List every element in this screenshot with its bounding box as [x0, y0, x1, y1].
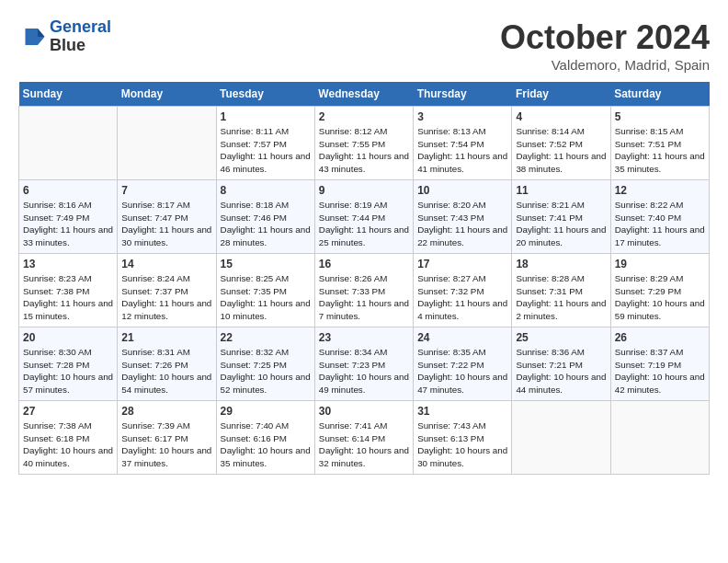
calendar-cell: 7Sunrise: 8:17 AM Sunset: 7:47 PM Daylig…: [118, 180, 216, 254]
day-info: Sunrise: 8:27 AM Sunset: 7:32 PM Dayligh…: [417, 272, 507, 323]
day-number: 27: [23, 405, 113, 418]
day-info: Sunrise: 7:40 AM Sunset: 6:16 PM Dayligh…: [221, 419, 311, 470]
day-info: Sunrise: 8:15 AM Sunset: 7:51 PM Dayligh…: [615, 125, 705, 176]
day-number: 1: [221, 110, 311, 123]
day-number: 13: [23, 258, 113, 270]
calendar-cell: 6Sunrise: 8:16 AM Sunset: 7:49 PM Daylig…: [19, 180, 118, 254]
day-number: 3: [417, 110, 507, 123]
day-info: Sunrise: 7:41 AM Sunset: 6:14 PM Dayligh…: [319, 419, 409, 470]
day-info: Sunrise: 8:28 AM Sunset: 7:31 PM Dayligh…: [516, 272, 606, 323]
day-info: Sunrise: 8:19 AM Sunset: 7:44 PM Dayligh…: [319, 199, 409, 249]
svg-marker-1: [38, 29, 45, 37]
calendar-cell: 8Sunrise: 8:18 AM Sunset: 7:46 PM Daylig…: [216, 180, 314, 254]
day-info: Sunrise: 7:43 AM Sunset: 6:13 PM Dayligh…: [417, 419, 507, 470]
weekday-header-wednesday: Wednesday: [314, 82, 413, 107]
day-number: 29: [221, 405, 311, 418]
day-number: 28: [121, 405, 211, 418]
day-number: 24: [417, 331, 507, 344]
page-header: General Blue October 2024 Valdemoro, Mad…: [18, 18, 710, 73]
calendar-cell: 4Sunrise: 8:14 AM Sunset: 7:52 PM Daylig…: [512, 107, 610, 180]
day-number: 17: [417, 258, 507, 270]
weekday-header-monday: Monday: [118, 82, 216, 107]
calendar-cell: 27Sunrise: 7:38 AM Sunset: 6:18 PM Dayli…: [19, 401, 118, 475]
day-number: 12: [615, 184, 705, 197]
day-number: 15: [221, 258, 311, 270]
day-number: 11: [516, 184, 606, 197]
calendar-cell: 5Sunrise: 8:15 AM Sunset: 7:51 PM Daylig…: [610, 107, 709, 180]
day-info: Sunrise: 8:18 AM Sunset: 7:46 PM Dayligh…: [221, 199, 311, 249]
calendar-cell: 23Sunrise: 8:34 AM Sunset: 7:23 PM Dayli…: [314, 327, 413, 401]
calendar-cell: [512, 401, 610, 475]
day-number: 10: [417, 184, 507, 197]
day-info: Sunrise: 8:14 AM Sunset: 7:52 PM Dayligh…: [516, 125, 606, 176]
day-number: 9: [319, 184, 409, 197]
calendar-cell: 15Sunrise: 8:25 AM Sunset: 7:35 PM Dayli…: [216, 254, 314, 327]
day-info: Sunrise: 8:11 AM Sunset: 7:57 PM Dayligh…: [221, 125, 311, 176]
calendar-cell: [118, 107, 216, 180]
week-row-1: 1Sunrise: 8:11 AM Sunset: 7:57 PM Daylig…: [19, 107, 710, 180]
day-info: Sunrise: 8:29 AM Sunset: 7:29 PM Dayligh…: [615, 272, 705, 323]
day-number: 2: [319, 110, 409, 123]
calendar-cell: 14Sunrise: 8:24 AM Sunset: 7:37 PM Dayli…: [118, 254, 216, 327]
day-number: 5: [615, 110, 705, 123]
day-info: Sunrise: 8:17 AM Sunset: 7:47 PM Dayligh…: [121, 199, 211, 249]
calendar-cell: 24Sunrise: 8:35 AM Sunset: 7:22 PM Dayli…: [414, 327, 512, 401]
week-row-2: 6Sunrise: 8:16 AM Sunset: 7:49 PM Daylig…: [19, 180, 710, 254]
calendar-cell: [610, 401, 709, 475]
day-number: 18: [516, 258, 606, 270]
location: Valdemoro, Madrid, Spain: [500, 57, 710, 73]
day-number: 31: [417, 405, 507, 418]
day-info: Sunrise: 8:31 AM Sunset: 7:26 PM Dayligh…: [121, 346, 211, 396]
calendar-cell: 25Sunrise: 8:36 AM Sunset: 7:21 PM Dayli…: [512, 327, 610, 401]
day-info: Sunrise: 8:37 AM Sunset: 7:19 PM Dayligh…: [615, 346, 705, 396]
logo-text: General Blue: [50, 18, 111, 55]
calendar-cell: 9Sunrise: 8:19 AM Sunset: 7:44 PM Daylig…: [314, 180, 413, 254]
logo-icon: [18, 23, 46, 51]
day-number: 6: [23, 184, 113, 197]
calendar-cell: 17Sunrise: 8:27 AM Sunset: 7:32 PM Dayli…: [414, 254, 512, 327]
day-number: 20: [23, 331, 113, 344]
weekday-header-friday: Friday: [512, 82, 610, 107]
calendar-cell: 10Sunrise: 8:20 AM Sunset: 7:43 PM Dayli…: [414, 180, 512, 254]
calendar-cell: 12Sunrise: 8:22 AM Sunset: 7:40 PM Dayli…: [610, 180, 709, 254]
day-number: 4: [516, 110, 606, 123]
day-info: Sunrise: 8:36 AM Sunset: 7:21 PM Dayligh…: [516, 346, 606, 396]
day-number: 8: [221, 184, 311, 197]
weekday-header-tuesday: Tuesday: [216, 82, 314, 107]
day-info: Sunrise: 8:34 AM Sunset: 7:23 PM Dayligh…: [319, 346, 409, 396]
day-info: Sunrise: 8:23 AM Sunset: 7:38 PM Dayligh…: [23, 272, 113, 323]
calendar-cell: 26Sunrise: 8:37 AM Sunset: 7:19 PM Dayli…: [610, 327, 709, 401]
week-row-4: 20Sunrise: 8:30 AM Sunset: 7:28 PM Dayli…: [19, 327, 710, 401]
day-number: 16: [319, 258, 409, 270]
calendar-cell: 20Sunrise: 8:30 AM Sunset: 7:28 PM Dayli…: [19, 327, 118, 401]
day-number: 19: [615, 258, 705, 270]
title-block: October 2024 Valdemoro, Madrid, Spain: [500, 18, 710, 73]
day-info: Sunrise: 7:39 AM Sunset: 6:17 PM Dayligh…: [121, 419, 211, 470]
calendar-cell: 18Sunrise: 8:28 AM Sunset: 7:31 PM Dayli…: [512, 254, 610, 327]
day-info: Sunrise: 8:21 AM Sunset: 7:41 PM Dayligh…: [516, 199, 606, 249]
calendar-cell: 16Sunrise: 8:26 AM Sunset: 7:33 PM Dayli…: [314, 254, 413, 327]
day-number: 25: [516, 331, 606, 344]
calendar-cell: 1Sunrise: 8:11 AM Sunset: 7:57 PM Daylig…: [216, 107, 314, 180]
day-number: 22: [221, 331, 311, 344]
calendar-cell: 31Sunrise: 7:43 AM Sunset: 6:13 PM Dayli…: [414, 401, 512, 475]
calendar-table: SundayMondayTuesdayWednesdayThursdayFrid…: [18, 82, 710, 475]
calendar-cell: 3Sunrise: 8:13 AM Sunset: 7:54 PM Daylig…: [414, 107, 512, 180]
calendar-cell: 2Sunrise: 8:12 AM Sunset: 7:55 PM Daylig…: [314, 107, 413, 180]
day-info: Sunrise: 8:16 AM Sunset: 7:49 PM Dayligh…: [23, 199, 113, 249]
day-info: Sunrise: 8:20 AM Sunset: 7:43 PM Dayligh…: [417, 199, 507, 249]
day-info: Sunrise: 8:30 AM Sunset: 7:28 PM Dayligh…: [23, 346, 113, 396]
calendar-cell: 21Sunrise: 8:31 AM Sunset: 7:26 PM Dayli…: [118, 327, 216, 401]
calendar-cell: 11Sunrise: 8:21 AM Sunset: 7:41 PM Dayli…: [512, 180, 610, 254]
month-title: October 2024: [500, 18, 710, 57]
calendar-cell: 19Sunrise: 8:29 AM Sunset: 7:29 PM Dayli…: [610, 254, 709, 327]
week-row-5: 27Sunrise: 7:38 AM Sunset: 6:18 PM Dayli…: [19, 401, 710, 475]
day-number: 14: [121, 258, 211, 270]
day-info: Sunrise: 8:24 AM Sunset: 7:37 PM Dayligh…: [121, 272, 211, 323]
day-number: 21: [121, 331, 211, 344]
weekday-header-row: SundayMondayTuesdayWednesdayThursdayFrid…: [19, 82, 710, 107]
weekday-header-thursday: Thursday: [414, 82, 512, 107]
calendar-cell: 28Sunrise: 7:39 AM Sunset: 6:17 PM Dayli…: [118, 401, 216, 475]
day-info: Sunrise: 8:22 AM Sunset: 7:40 PM Dayligh…: [615, 199, 705, 249]
day-info: Sunrise: 8:25 AM Sunset: 7:35 PM Dayligh…: [221, 272, 311, 323]
